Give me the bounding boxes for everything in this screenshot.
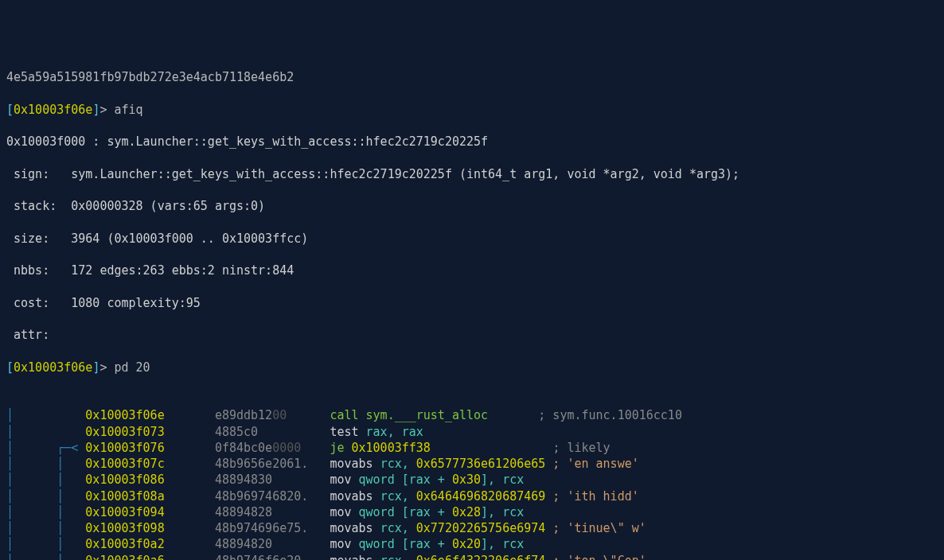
info-size: size: 3964 (0x10003f000 .. 0x10003ffcc)	[6, 231, 938, 247]
prompt-pd[interactable]: [0x10003f06e]> pd 20	[6, 360, 938, 375]
prompt-afiq[interactable]: [0x10003f06e]> afiq	[6, 102, 938, 118]
info-nbbs: nbbs: 172 edges:263 ebbs:2 ninstr:844	[6, 262, 938, 278]
disassembly-block: │ 0x10003f06e e89ddb1200 call sym.___rus…	[6, 407, 938, 560]
disasm-row: │ 0x10003f06e e89ddb1200 call sym.___rus…	[6, 407, 938, 423]
disasm-row: │ │ 0x10003f0a2 48894820 mov qword [rax …	[6, 536, 938, 552]
info-sign: sign: sym.Launcher::get_keys_with_access…	[6, 166, 938, 182]
disasm-row: │ │ 0x10003f094 48894828 mov qword [rax …	[6, 504, 938, 520]
disasm-row: │ │ 0x10003f086 48894830 mov qword [rax …	[6, 472, 938, 488]
func-header: 0x10003f000 : sym.Launcher::get_keys_wit…	[6, 134, 938, 150]
disasm-row: │ ┌─< 0x10003f076 0f84bc0e0000 je 0x1000…	[6, 440, 938, 456]
info-attr: attr:	[6, 327, 938, 343]
hash-line: 4e5a59a515981fb97bdb272e3e4acb7118e4e6b2	[6, 69, 938, 85]
info-stack: stack: 0x00000328 (vars:65 args:0)	[6, 198, 938, 214]
disasm-row: │ 0x10003f073 4885c0 test rax, rax	[6, 424, 938, 440]
disasm-row: │ │ 0x10003f07c 48b9656e2061. movabs rcx…	[6, 456, 938, 472]
disasm-row: │ │ 0x10003f0a6 48b9746f6e20. movabs rcx…	[6, 553, 938, 561]
disasm-row: │ │ 0x10003f098 48b974696e75. movabs rcx…	[6, 520, 938, 536]
info-cost: cost: 1080 complexity:95	[6, 295, 938, 311]
disasm-row: │ │ 0x10003f08a 48b969746820. movabs rcx…	[6, 488, 938, 504]
